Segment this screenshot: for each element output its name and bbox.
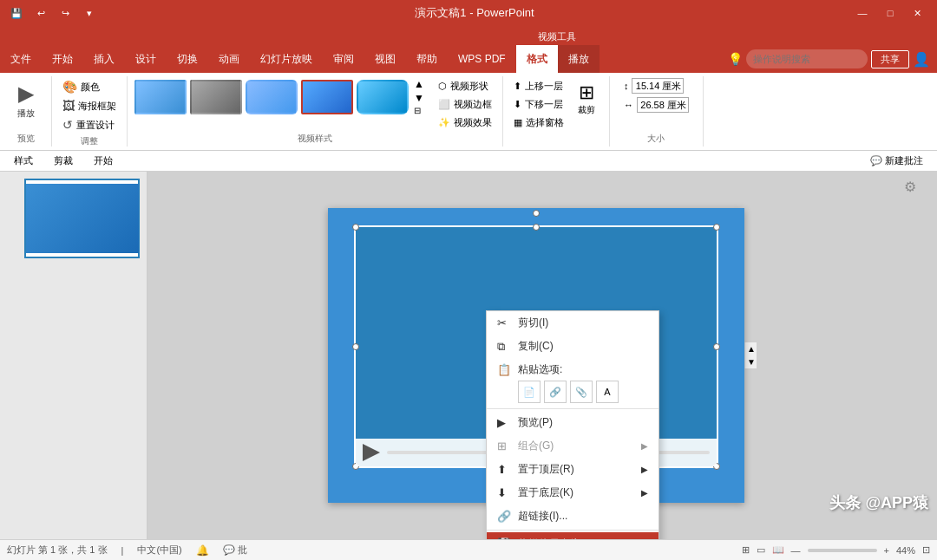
tab-insert[interactable]: 插入 — [83, 45, 125, 73]
size-inputs: ↕ ↔ — [617, 78, 696, 113]
slide-thumb-inner — [26, 184, 139, 253]
send-backward-button[interactable]: ⬇ 下移一层 — [510, 96, 567, 113]
video-effect-button[interactable]: ✨ 视频效果 — [435, 114, 495, 131]
scrollbar-up[interactable]: ▲ — [745, 342, 757, 355]
reset-button[interactable]: ↺ 重置设计 — [59, 116, 120, 133]
bring-forward-icon: ⬆ — [514, 81, 521, 92]
height-input[interactable] — [632, 78, 684, 94]
handle-tm[interactable] — [533, 224, 540, 231]
save-qat-btn[interactable]: 💾 — [7, 3, 26, 23]
crop-button[interactable]: ⊞ 裁剪 — [571, 78, 602, 120]
size-group: ↕ ↔ 大小 — [610, 76, 704, 147]
ctx-group[interactable]: ⊞ 组合(G) ▶ — [487, 434, 659, 458]
slide-1-container: 1 ★ — [7, 179, 140, 258]
undo-qat-btn[interactable]: ↩ — [31, 3, 50, 23]
reset-icon: ↺ — [62, 118, 73, 132]
view-normal-icon[interactable]: ⊞ — [742, 544, 750, 556]
right-scrollbar[interactable]: ▲ ▼ — [744, 342, 757, 368]
video-options: ⬡ 视频形状 ⬜ 视频边框 ✨ 视频效果 — [435, 78, 495, 131]
send-backward-icon: ⬇ — [514, 99, 521, 110]
paste-opt-4[interactable]: A — [596, 381, 619, 403]
share-button[interactable]: 共享 — [871, 50, 909, 68]
video-style-scroll[interactable]: ▲ ▼ ⊟ — [414, 78, 424, 115]
video-style-thumb-4[interactable] — [301, 80, 353, 114]
play-button[interactable]: ▶ 播放 — [9, 78, 43, 123]
poster-button[interactable]: 🖼 海报框架 — [59, 97, 120, 114]
style-toolbar-btn[interactable]: 样式 — [7, 153, 40, 169]
video-style-thumb-1[interactable] — [134, 80, 187, 114]
gear-settings-icon[interactable]: ⚙ — [904, 179, 916, 195]
zoom-out-icon[interactable]: — — [791, 545, 801, 556]
tab-slideshow[interactable]: 幻灯片放映 — [250, 45, 323, 73]
scroll-up-icon[interactable]: ▲ — [414, 78, 424, 90]
video-border-button[interactable]: ⬜ 视频边框 — [435, 96, 495, 113]
notes-icon[interactable]: 🔔 — [196, 544, 209, 557]
close-btn[interactable]: ✕ — [906, 4, 930, 22]
zoom-in-icon[interactable]: + — [884, 545, 889, 556]
view-slide-icon[interactable]: ▭ — [757, 544, 765, 556]
tab-home[interactable]: 开始 — [42, 45, 83, 73]
video-style-thumbnails: ▲ ▼ ⊟ — [134, 78, 424, 115]
width-input[interactable] — [637, 97, 689, 113]
start-toolbar-btn[interactable]: 开始 — [87, 153, 120, 169]
arrange-group: ⬆ 上移一层 ⬇ 下移一层 ▦ 选择窗格 ⊞ 裁剪 — [503, 76, 610, 147]
save-media-icon: 💾 — [497, 537, 511, 539]
ctx-cut[interactable]: ✂ 剪切(I) — [487, 311, 659, 335]
rotation-handle[interactable] — [533, 210, 540, 217]
new-comment-button[interactable]: 💬 新建批注 — [863, 153, 930, 169]
video-style-thumb-3[interactable] — [246, 80, 298, 114]
video-shape-button[interactable]: ⬡ 视频形状 — [435, 78, 495, 94]
color-icon: 🎨 — [62, 80, 77, 94]
maximize-btn[interactable]: □ — [878, 4, 902, 22]
status-bar: 幻灯片 第 1 张，共 1 张 | 中文(中国) 🔔 💬 批 ⊞ ▭ 📖 — +… — [0, 539, 937, 560]
width-label: ↔ — [624, 100, 633, 110]
customize-qat-btn[interactable]: ▾ — [80, 3, 99, 23]
ctx-copy[interactable]: ⧉ 复制(C) — [487, 335, 659, 358]
handle-mr[interactable] — [713, 343, 720, 350]
preview-group: ▶ 播放 预览 — [0, 76, 52, 147]
handle-tl[interactable] — [352, 224, 359, 231]
slide-thumbnail[interactable] — [24, 179, 140, 258]
ctx-send-back[interactable]: ⬇ 置于底层(K) ▶ — [487, 481, 659, 505]
scroll-down-icon[interactable]: ▼ — [414, 92, 424, 104]
minimize-btn[interactable]: — — [850, 4, 875, 22]
video-style-thumb-5[interactable] — [357, 80, 409, 114]
tab-playback[interactable]: 播放 — [558, 45, 600, 73]
color-button[interactable]: 🎨 颜色 — [59, 78, 120, 95]
ctx-bring-front[interactable]: ⬆ 置于顶层(R) ▶ — [487, 458, 659, 481]
ctx-preview[interactable]: ▶ 预览(P) — [487, 411, 659, 434]
search-input[interactable] — [746, 49, 868, 68]
zoom-slider[interactable] — [808, 549, 877, 552]
scrollbar-down[interactable]: ▼ — [745, 355, 757, 368]
bring-forward-button[interactable]: ⬆ 上移一层 — [510, 78, 567, 94]
ctx-sep-1 — [487, 408, 659, 409]
tab-wpspdf[interactable]: WPS PDF — [448, 45, 516, 73]
tab-review[interactable]: 审阅 — [323, 45, 364, 73]
adjust-group-label: 调整 — [81, 135, 98, 147]
more-styles-icon[interactable]: ⊟ — [414, 106, 424, 115]
bring-front-arrow: ▶ — [641, 465, 648, 474]
fit-slide-icon[interactable]: ⊡ — [922, 544, 930, 556]
tab-transitions[interactable]: 切换 — [167, 45, 208, 73]
view-reading-icon[interactable]: 📖 — [772, 544, 784, 556]
handle-tr[interactable] — [713, 224, 720, 231]
redo-qat-btn[interactable]: ↪ — [56, 3, 75, 23]
tab-view[interactable]: 视图 — [364, 45, 406, 73]
paste-opt-2[interactable]: 🔗 — [544, 381, 567, 403]
video-play-btn[interactable] — [363, 444, 380, 461]
handle-ml[interactable] — [352, 343, 359, 350]
ctx-hyperlink[interactable]: 🔗 超链接(I)... — [487, 505, 659, 528]
ctx-save-media[interactable]: 💾 将媒体另存为(M)... — [487, 532, 659, 539]
paste-opt-1[interactable]: 📄 — [518, 381, 541, 403]
video-style-thumb-2[interactable] — [190, 80, 242, 114]
crop-toolbar-btn[interactable]: 剪裁 — [47, 153, 80, 169]
tab-animations[interactable]: 动画 — [208, 45, 250, 73]
context-tab-bar: 视频工具 — [0, 26, 937, 45]
paste-opt-3[interactable]: 📎 — [570, 381, 593, 403]
tab-design[interactable]: 设计 — [125, 45, 167, 73]
tab-file[interactable]: 文件 — [0, 45, 42, 73]
tab-help[interactable]: 帮助 — [406, 45, 448, 73]
ctx-sep-2 — [487, 530, 659, 531]
tab-format[interactable]: 格式 — [516, 45, 558, 73]
selection-pane-button[interactable]: ▦ 选择窗格 — [510, 114, 567, 131]
